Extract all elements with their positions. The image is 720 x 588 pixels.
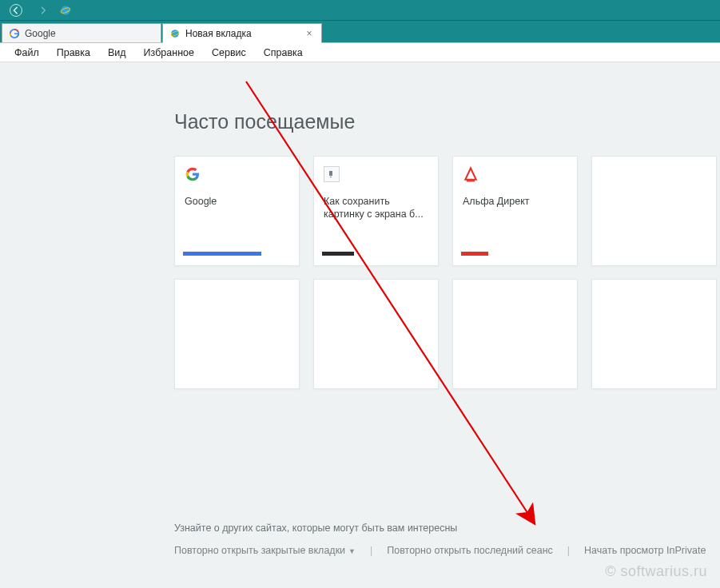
footer-hint: Узнайте о других сайтах, которые могут б… (174, 522, 720, 534)
tile-empty (452, 279, 578, 389)
address-bar[interactable] (77, 3, 715, 18)
chevron-down-icon: ▼ (348, 547, 356, 555)
arrow-right-icon (36, 3, 50, 18)
reopen-closed-label: Повторно открыть закрытые вкладки (174, 545, 345, 556)
page-content: Часто посещаемые Google Как сохранить ка… (0, 62, 720, 588)
menu-bar: Файл Правка Вид Избранное Сервис Справка (0, 43, 720, 62)
menu-help[interactable]: Справка (256, 45, 311, 61)
tile-accent-bar (322, 252, 354, 256)
google-icon (185, 166, 201, 182)
ie-favicon-icon (169, 28, 181, 39)
ie-logo-icon (59, 4, 72, 17)
alpha-icon (463, 166, 479, 182)
menu-edit[interactable]: Правка (49, 45, 98, 61)
separator: | (567, 545, 570, 556)
menu-tools[interactable]: Сервис (204, 45, 254, 61)
svg-rect-7 (329, 171, 332, 176)
separator: | (370, 545, 372, 556)
tile-empty (591, 279, 717, 389)
tile-empty (591, 156, 717, 266)
tile-title: Альфа Директ (463, 195, 567, 208)
svg-point-5 (171, 30, 179, 38)
watermark: © softwarius.ru (605, 563, 707, 580)
svg-rect-8 (330, 177, 332, 177)
frequent-sites-grid: Google Как сохранить картинку с экрана б… (174, 156, 718, 389)
window-titlebar (0, 0, 720, 21)
tab-google[interactable]: Google (2, 23, 161, 42)
tab-title: Google (25, 28, 154, 39)
svg-point-1 (62, 6, 70, 14)
forward-button[interactable] (32, 2, 54, 19)
svg-rect-4 (14, 33, 18, 34)
tile-alpha-direct[interactable]: Альфа Директ (452, 156, 578, 266)
reopen-closed-tabs-link[interactable]: Повторно открыть закрытые вкладки▼ (174, 545, 356, 556)
tab-new[interactable]: Новая вкладка × (162, 23, 322, 43)
tile-screenshot[interactable]: Как сохранить картинку с экрана б... (313, 156, 439, 266)
tile-accent-bar (183, 252, 261, 256)
tab-close-icon[interactable]: × (304, 28, 315, 39)
screenshot-icon (324, 166, 340, 182)
menu-favorites[interactable]: Избранное (136, 45, 202, 61)
back-button[interactable] (5, 2, 27, 19)
tile-title: Как сохранить картинку с экрана б... (324, 195, 428, 221)
tile-empty (313, 279, 439, 389)
tile-accent-bar (461, 252, 488, 256)
reopen-last-session-link[interactable]: Повторно открыть последний сеанс (387, 545, 553, 556)
start-inprivate-link[interactable]: Начать просмотр InPrivate (584, 545, 706, 556)
page-footer: Узнайте о других сайтах, которые могут б… (174, 522, 720, 556)
tile-title: Google (185, 195, 289, 208)
tab-strip: Google Новая вкладка × (0, 21, 720, 43)
page-heading: Часто посещаемые (174, 110, 720, 133)
menu-file[interactable]: Файл (6, 45, 47, 61)
google-favicon-icon (9, 28, 20, 39)
tile-empty (174, 279, 300, 389)
arrow-left-icon (9, 3, 23, 18)
menu-view[interactable]: Вид (100, 45, 134, 61)
svg-point-0 (10, 4, 22, 16)
tab-title: Новая вкладка (185, 28, 299, 39)
tile-google[interactable]: Google (174, 156, 300, 266)
